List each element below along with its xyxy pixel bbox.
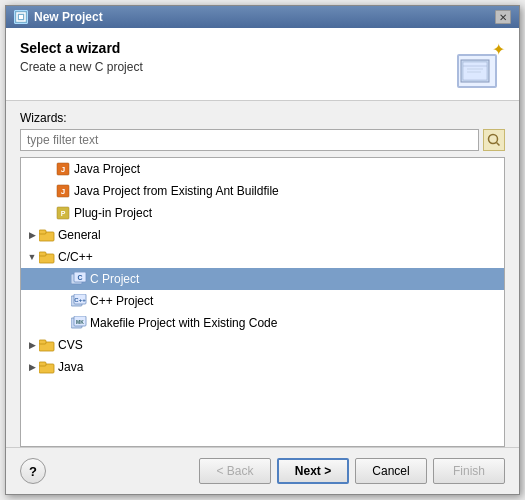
folder-icon (39, 359, 55, 375)
svg-rect-16 (39, 230, 46, 234)
tree-label-cpp-project: C++ Project (90, 294, 153, 308)
tree-label-c-project: C Project (90, 272, 139, 286)
tree-label-general: General (58, 228, 101, 242)
tree-toggle-plugin-project (41, 206, 55, 220)
dialog-title: New Project (34, 10, 103, 24)
header-text: Select a wizard Create a new C project (20, 40, 143, 74)
filter-row (20, 129, 505, 151)
tree-item-plugin-project[interactable]: P Plug-in Project (21, 202, 504, 224)
folder-icon (39, 227, 55, 243)
tree-label-java-project: Java Project (74, 162, 140, 176)
c-icon: C (71, 271, 87, 287)
tree-toggle-general[interactable]: ▶ (25, 228, 39, 242)
back-button[interactable]: < Back (199, 458, 271, 484)
finish-button[interactable]: Finish (433, 458, 505, 484)
tree-label-cvs: CVS (58, 338, 83, 352)
dialog-icon (14, 10, 28, 24)
folder-icon (39, 337, 55, 353)
tree-item-cpp-project[interactable]: C++ C++ Project (21, 290, 504, 312)
wizard-description: Create a new C project (20, 60, 143, 74)
wizard-icon: ✦ (457, 40, 505, 88)
tree-item-cvs[interactable]: ▶ CVS (21, 334, 504, 356)
filter-clear-button[interactable] (483, 129, 505, 151)
button-bar: ? < Back Next > Cancel Finish (6, 447, 519, 494)
wizard-header: Select a wizard Create a new C project ✦ (6, 28, 519, 101)
next-button[interactable]: Next > (277, 458, 349, 484)
wizard-tree[interactable]: J Java Project J Java Project from Exist… (20, 157, 505, 447)
svg-rect-29 (39, 340, 46, 344)
tree-item-java-project[interactable]: J Java Project (21, 158, 504, 180)
tree-item-c-project[interactable]: C C Project (21, 268, 504, 290)
icon-box (457, 54, 497, 88)
new-project-dialog: New Project ✕ Select a wizard Create a n… (5, 5, 520, 495)
java-icon: J (55, 161, 71, 177)
wizard-title: Select a wizard (20, 40, 143, 56)
tree-item-makefile-project[interactable]: MK Makefile Project with Existing Code (21, 312, 504, 334)
tree-label-makefile-project: Makefile Project with Existing Code (90, 316, 277, 330)
tree-toggle-cvs[interactable]: ▶ (25, 338, 39, 352)
makefile-icon: MK (71, 315, 87, 331)
cpp-icon: C++ (71, 293, 87, 309)
svg-text:C++: C++ (74, 297, 86, 303)
help-button[interactable]: ? (20, 458, 46, 484)
svg-point-7 (489, 135, 498, 144)
java-icon: J (55, 183, 71, 199)
tree-toggle-cpp-project (57, 294, 71, 308)
svg-text:J: J (61, 165, 65, 174)
tree-toggle-makefile-project (57, 316, 71, 330)
cancel-button[interactable]: Cancel (355, 458, 427, 484)
svg-rect-31 (39, 362, 46, 366)
svg-text:MK: MK (76, 319, 84, 325)
tree-label-cpp-group: C/C++ (58, 250, 93, 264)
plugin-icon: P (55, 205, 71, 221)
tree-toggle-java-project (41, 162, 55, 176)
tree-toggle-c-project (57, 272, 71, 286)
content-area: Wizards: J Java Project J Java Project f… (6, 101, 519, 447)
wizards-label: Wizards: (20, 111, 505, 125)
folder-icon (39, 249, 55, 265)
svg-line-8 (497, 143, 500, 146)
svg-rect-18 (39, 252, 46, 256)
tree-item-cpp-group[interactable]: ▼ C/C++ (21, 246, 504, 268)
titlebar: New Project ✕ (6, 6, 519, 28)
tree-label-java-ant: Java Project from Existing Ant Buildfile (74, 184, 279, 198)
svg-text:P: P (61, 210, 66, 217)
svg-rect-3 (463, 62, 487, 80)
close-button[interactable]: ✕ (495, 10, 511, 24)
tree-toggle-cpp-group[interactable]: ▼ (25, 250, 39, 264)
tree-label-plugin-project: Plug-in Project (74, 206, 152, 220)
tree-item-java-ant[interactable]: J Java Project from Existing Ant Buildfi… (21, 180, 504, 202)
tree-item-general[interactable]: ▶ General (21, 224, 504, 246)
filter-input[interactable] (20, 129, 479, 151)
tree-toggle-java-ant (41, 184, 55, 198)
tree-label-java-group: Java (58, 360, 83, 374)
tree-item-java-group[interactable]: ▶ Java (21, 356, 504, 378)
svg-rect-1 (19, 15, 23, 19)
svg-text:C: C (77, 274, 82, 281)
tree-toggle-java-group[interactable]: ▶ (25, 360, 39, 374)
svg-text:J: J (61, 187, 65, 196)
